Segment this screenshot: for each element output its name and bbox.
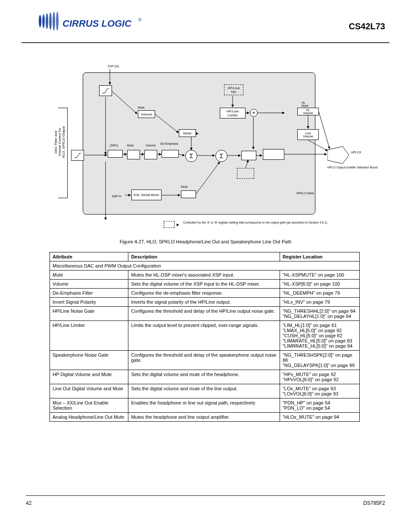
cell-attr: Invert Signal Polarity (50, 298, 128, 307)
cell-attr: Speakerphone Noise Gate (50, 351, 128, 370)
th-attr: Attribute (50, 252, 128, 261)
cell-reg: "HLOx_MUTE" on page 94 (280, 413, 359, 422)
svg-point-1 (42, 14, 45, 28)
src-label: (SRC) (110, 144, 118, 147)
cell-reg: "HL-XSPMUTE" on page 100 (280, 271, 359, 280)
cell-desc: Configures the de-emphasis filter respon… (128, 289, 280, 298)
svg-point-3 (49, 12, 52, 30)
cell-desc: Sets the digital volume and mute of the … (128, 370, 280, 384)
page-footer: 42 DS785F2 (26, 495, 385, 506)
cell-desc: Mutes the headphone and line output ampl… (128, 413, 280, 422)
cell-desc: Inverts the signal polarity of the HP/Li… (128, 298, 280, 307)
hl-limiter-box: HP/Line Limiter (220, 108, 246, 118)
cell-attr: Analog Headphone/Line Out Mute (50, 413, 128, 422)
legend-ref: Section 4.9.1) (308, 221, 327, 224)
hl-vol-box (144, 150, 157, 159)
table-section-header: Miscellaneous DAC and PWM Output Configu… (50, 261, 360, 271)
svg-text:®: ® (138, 18, 142, 22)
block-diagram: DAC Filter and Volume Control for HLO, S… (52, 65, 353, 237)
cell-reg: "NG_THRESHHL[2:0]" on page 84 "NG_DELAYH… (280, 307, 359, 321)
vol-box-top: Volume (138, 110, 155, 118)
cell-attr: HP Digital Volume and Mute (50, 370, 128, 384)
hl-linevol-text: Line Volume (303, 132, 313, 138)
table-row: De-Emphasis FilterConfigures the de-emph… (50, 289, 360, 298)
esl-box: ESL Serial Mixer (131, 190, 162, 200)
spkr-limiter-box (237, 168, 254, 179)
side-label-1: DAC Filter and (54, 131, 58, 153)
cell-reg: "LOx_MUTE" on page 93 "LOxVOL[6:0]" on p… (280, 384, 359, 398)
plus-node: + (250, 109, 258, 117)
svg-line-34 (319, 112, 330, 149)
src-box (108, 150, 123, 158)
cell-reg: "NG_THRESHSPK[2:0]" on page 88 "NG_DELAY… (280, 351, 359, 370)
cell-attr: Mute (50, 271, 128, 280)
table-row: HP Digital Volume and MuteSets the digit… (50, 370, 360, 384)
hl-limiter-text: HP/Line Limiter (227, 109, 239, 117)
config-table: Attribute Description Register Location … (50, 252, 360, 422)
cell-reg: "HL_DEEMPH" on page 79 (280, 289, 359, 298)
mux-output (327, 146, 349, 165)
hl-ng-text: HP/Line NG (227, 86, 240, 94)
mixer-text: Mixer (183, 131, 192, 135)
cell-attr: Line Out Digital Volume and Mute (50, 384, 128, 398)
de-box (162, 150, 179, 158)
svg-marker-8 (327, 146, 349, 164)
dsp-block (83, 72, 315, 215)
cell-desc: Sets the digital volume of the XSP input… (128, 280, 280, 289)
hplox-label: HPLOX (351, 151, 361, 154)
table-row: HP/Line Noise GateConfigures the thresho… (50, 307, 360, 321)
cell-attr: De-Emphasis Filter (50, 289, 128, 298)
cell-desc: Limits the output level to prevent clipp… (128, 321, 280, 351)
esl-text: ESL Serial Mixer (134, 193, 159, 197)
svg-point-0 (39, 15, 41, 27)
plus-text: + (252, 110, 255, 116)
table-row: Line Out Digital Volume and MuteSets the… (50, 384, 360, 398)
cell-attr: Mux – XX/Line Out Enable Selection (50, 398, 128, 413)
hl-linevol-box: Line Volume (297, 129, 319, 140)
cell-desc: Configures the threshold and delay of th… (128, 351, 280, 370)
th-reg: Register Location (280, 252, 359, 261)
figure-caption: Figure 4-27. HLO, SPKLO Headphone/Line O… (0, 239, 411, 244)
mute-box-main (127, 150, 140, 159)
cell-reg: "HPx_MUTE" on page 92 "HPxVOL[6:0]" on p… (280, 370, 359, 384)
hl-hpvol-label: HLMute (302, 101, 308, 107)
legend-text: Controlled by the 'A' or 'B' register se… (183, 221, 317, 224)
hpf-box-top (99, 85, 112, 96)
legend-note: Controlled by the 'A' or 'B' register se… (183, 221, 308, 224)
cell-attr: HP/Line Limiter (50, 321, 128, 351)
cell-reg: "HL-XSP[6:0]" on page 100 (280, 280, 359, 289)
cell-desc: Enables the headphone or line out signal… (128, 398, 280, 413)
legend-dashed (164, 221, 174, 228)
de-label: De-Emphasis (160, 142, 175, 145)
cell-reg: "PDN_HP" on page 54 "PDN_LO" on page 54 (280, 398, 359, 413)
table-row: Mux – XX/Line Out Enable SelectionEnable… (50, 398, 360, 413)
table-row: MuteMutes the HL-DSP mixer's associated … (50, 271, 360, 280)
hl-hpvol-box: HL Volume (297, 108, 319, 115)
page-header: CIRRUS LOGIC ® CS42L73 (22, 0, 389, 43)
table-row: Invert Signal PolarityInverts the signal… (50, 298, 360, 307)
hl-mute-label: Mute (127, 144, 134, 147)
cell-desc: Sets the digital volume and mute of the … (128, 384, 280, 398)
page-number: 42 (26, 500, 31, 506)
mux-label: HPLO Output Enable Selection Boost (327, 166, 351, 169)
side-bracket (58, 108, 68, 198)
svg-point-2 (46, 13, 48, 29)
mid-box (241, 151, 256, 160)
cell-reg: "LIM_HL[1:0]" on page 81 "LMAX_HL[5:0]" … (280, 321, 359, 351)
sum1-node: Σ (185, 150, 197, 162)
svg-point-5 (56, 12, 59, 31)
table-row: HP/Line LimiterLimits the output level t… (50, 321, 360, 351)
mute-bottom-label: Mute (181, 185, 188, 188)
table-row: Speakerphone Noise GateConfigures the th… (50, 351, 360, 370)
legend-arrow (177, 224, 179, 226)
cell-desc: Mutes the HL-DSP mixer's associated XSP … (128, 271, 280, 280)
svg-text:CIRRUS LOGIC: CIRRUS LOGIC (62, 18, 132, 29)
mixer-box: Mixer (179, 129, 196, 137)
sum1-text: Σ (190, 152, 193, 159)
mute-label-top: Mute (138, 106, 145, 109)
right-box (263, 149, 284, 160)
sum2-node: Σ (215, 150, 227, 162)
asp-in-label: ASP In (112, 195, 121, 198)
cell-attr: Volume (50, 280, 128, 289)
cell-reg: "HLx_INV" on page 79 (280, 298, 359, 307)
